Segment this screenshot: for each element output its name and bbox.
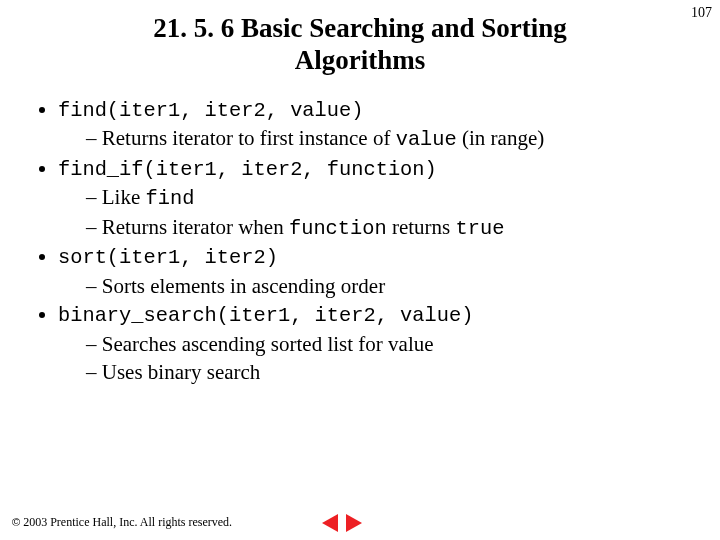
next-arrow-icon[interactable] [346, 514, 362, 532]
text: Sorts elements in ascending order [102, 274, 385, 298]
code-text: find [145, 187, 194, 210]
text: Searches ascending sorted list for value [102, 332, 434, 356]
bullet-item: sort(iter1, iter2) Sorts elements in asc… [58, 242, 700, 300]
text: Returns iterator to first instance of [102, 126, 396, 150]
code-text: value [396, 128, 457, 151]
sub-bullet: Like find [86, 183, 700, 213]
code-text: binary_search(iter1, iter2, value) [58, 304, 473, 327]
bullet-item: find_if(iter1, iter2, function) Like fin… [58, 154, 700, 243]
slide-title: 21. 5. 6 Basic Searching and Sorting Alg… [90, 12, 630, 77]
text: Returns iterator when [102, 215, 289, 239]
sub-bullet: Uses binary search [86, 358, 700, 386]
code-text: true [456, 217, 505, 240]
code-text: find(iter1, iter2, value) [58, 99, 363, 122]
bullet-item: find(iter1, iter2, value) Returns iterat… [58, 95, 700, 154]
sub-bullet: Searches ascending sorted list for value [86, 330, 700, 358]
text: Like [102, 185, 146, 209]
bullet-item: binary_search(iter1, iter2, value) Searc… [58, 300, 700, 386]
code-text: sort(iter1, iter2) [58, 246, 278, 269]
code-text: find_if(iter1, iter2, function) [58, 158, 437, 181]
sub-bullet: Returns iterator to first instance of va… [86, 124, 700, 154]
footer-copyright: © 2003 Prentice Hall, Inc. All rights re… [12, 515, 232, 530]
code-text: function [289, 217, 387, 240]
sub-bullet: Returns iterator when function returns t… [86, 213, 700, 243]
text: Uses binary search [102, 360, 261, 384]
footer-text: 2003 Prentice Hall, Inc. All rights rese… [23, 515, 232, 529]
content-bullets: find(iter1, iter2, value) Returns iterat… [30, 95, 700, 387]
page-number: 107 [691, 5, 712, 21]
prev-arrow-icon[interactable] [322, 514, 338, 532]
sub-bullet: Sorts elements in ascending order [86, 272, 700, 300]
nav-arrows [320, 513, 364, 532]
text: returns [387, 215, 456, 239]
text: (in range) [457, 126, 544, 150]
